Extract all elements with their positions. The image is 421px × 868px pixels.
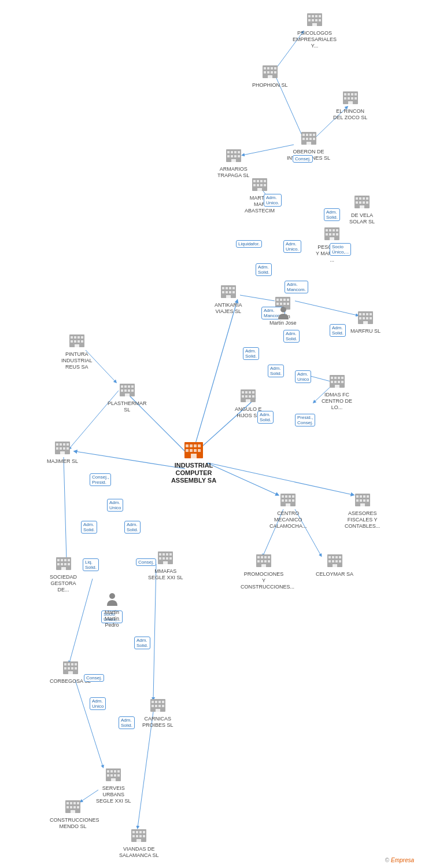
badge-9[interactable]: Adm. Solid. [330,324,346,337]
svg-rect-90 [253,184,256,186]
badge-26[interactable]: Adm. Solid. [119,716,135,729]
badge-11[interactable]: Adm. Solid. [243,347,259,360]
svg-rect-31 [190,449,193,452]
badge-19[interactable]: Adm. Solid. [124,521,141,534]
node-centro_mecanico[interactable]: CENTRO MECANICO CALAMOCHA... [269,492,307,529]
svg-rect-263 [75,667,77,670]
svg-rect-77 [231,151,233,153]
svg-rect-168 [249,391,251,393]
badge-10[interactable]: Adm. Solid. [283,330,300,343]
svg-rect-109 [336,229,338,231]
svg-rect-147 [74,336,76,339]
badge-20[interactable]: Liq. Solid. [83,558,99,571]
badge-6[interactable]: Socio Único,... [330,243,351,256]
badge-0[interactable]: Consej. [293,155,313,163]
node-antikaria_viajes[interactable]: ANTIKARIA VIAJES SL [215,284,242,315]
node-marfru[interactable]: MARFRU SL [350,310,381,334]
badge-25[interactable]: Adm. Unico [90,697,106,710]
badge-24[interactable]: Consej. [84,674,104,682]
badge-17[interactable]: Adm. Unico [107,499,123,512]
node-asesores_fiscales[interactable]: ASESORES FISCALES Y CONTABLES... [345,492,380,529]
building-icon-celoymar [327,553,343,570]
svg-rect-138 [366,313,368,315]
node-label-pintura_industrial: PINTURA INDUSTRIAL REUS SA [61,351,93,370]
building-icon-sociedad_gestora [56,556,72,573]
svg-rect-173 [252,395,254,398]
svg-rect-214 [61,567,66,570]
central-node[interactable]: INDUSTRIAL COMPUTER ASSEMBLY SA [171,440,217,485]
svg-rect-218 [289,495,291,498]
node-idmas_fc[interactable]: IDMAS FC CENTRO DE LO... [322,373,352,410]
node-plasthermar[interactable]: PLASTHERMAR SL [108,382,147,413]
svg-rect-139 [370,313,372,315]
node-el_rincon[interactable]: EL RINCON DEL ZOCO SL [333,90,367,121]
svg-rect-241 [261,560,263,562]
badge-14[interactable]: Adm. Solid. [257,411,274,424]
node-pintura_industrial[interactable]: PINTURA INDUSTRIAL REUS SA [61,333,93,370]
node-viandas_salamanca[interactable]: VIANDAS DE SALAMANCA SL [119,827,159,859]
badge-4[interactable]: Adm. Unico. [283,240,301,253]
svg-rect-269 [162,701,164,703]
svg-rect-211 [61,563,63,565]
svg-rect-172 [249,395,251,398]
svg-rect-281 [110,774,113,777]
svg-rect-197 [163,553,165,556]
node-construcciones_mendo[interactable]: CONSTRUCCIONES MENDO SL [50,799,96,830]
svg-line-4 [207,463,278,495]
svg-rect-184 [335,385,339,388]
node-label-mmafas_segle: MMAFAS SEGLE XXI SL [148,568,183,581]
badge-12[interactable]: Adm. Solid. [268,365,284,377]
node-sociedad_gestora[interactable]: SOCIEDAD GESTORA DE... [50,556,77,593]
badge-3[interactable]: Liquidafor. [236,240,262,248]
svg-rect-41 [312,19,314,21]
node-carnicas_proibes[interactable]: CARNICAS PROIBES SL [142,697,173,729]
svg-rect-219 [292,495,294,498]
badge-1[interactable]: Adm. Unico. [264,194,282,207]
node-serveis_urbans[interactable]: SERVEIS URBANS SEGLE XXI SL [96,767,131,804]
svg-rect-158 [128,385,130,388]
svg-rect-252 [335,560,338,562]
brand-name: Empresa [391,857,414,863]
badge-16[interactable]: Consej., Presid. [90,473,111,486]
badge-5[interactable]: Adm. Solid. [256,263,272,276]
badge-21[interactable]: Consej. [136,558,156,566]
badge-7[interactable]: Adm. Mancom. [285,281,308,293]
svg-rect-119 [232,287,235,289]
svg-rect-222 [289,499,291,502]
badge-23[interactable]: Adm. Solid. [134,637,150,649]
badge-18[interactable]: Adm. Solid. [81,521,97,534]
svg-rect-58 [351,93,353,95]
badge-15[interactable]: Presid., Consej. [295,414,315,426]
svg-rect-206 [57,559,60,561]
node-celoymar[interactable]: CELOYMAR SA [316,553,353,578]
svg-rect-106 [326,229,328,231]
badge-13[interactable]: Adm. Unico [295,370,311,383]
building-icon-viandas_salamanca [131,827,147,845]
svg-rect-94 [257,188,262,191]
badge-2[interactable]: Adm. Solid. [324,208,340,221]
building-icon-construcciones_mendo [65,799,81,816]
svg-rect-73 [313,138,315,140]
svg-rect-290 [67,806,69,808]
node-promociones[interactable]: PROMOCIONES Y CONSTRUCCIONES... [241,553,287,590]
svg-rect-163 [131,389,134,392]
svg-rect-71 [306,138,308,140]
svg-rect-167 [245,391,248,393]
svg-rect-137 [363,313,365,315]
building-icon-oberon [301,130,317,148]
svg-rect-268 [158,701,161,703]
svg-rect-248 [335,556,338,558]
svg-rect-232 [363,499,365,502]
svg-rect-162 [128,389,130,392]
node-label-celoymar: CELOYMAR SA [316,571,353,578]
svg-rect-127 [280,299,282,301]
svg-rect-89 [264,180,266,182]
svg-rect-140 [359,317,361,319]
node-majimer[interactable]: MAJIMER SL [47,440,78,465]
node-psicologos[interactable]: PSICOLOGOS EMPRESARIALES Y... [293,12,337,49]
building-icon-majimer [54,440,71,457]
node-armarios_trapaga[interactable]: ARMARIOS TRAPAGA SL [217,148,249,179]
building-icon-promociones [256,553,272,570]
node-de_vela_solar[interactable]: DE VELA SOLAR SL [349,194,375,225]
node-phophion[interactable]: PHOPHION SL [252,64,288,89]
